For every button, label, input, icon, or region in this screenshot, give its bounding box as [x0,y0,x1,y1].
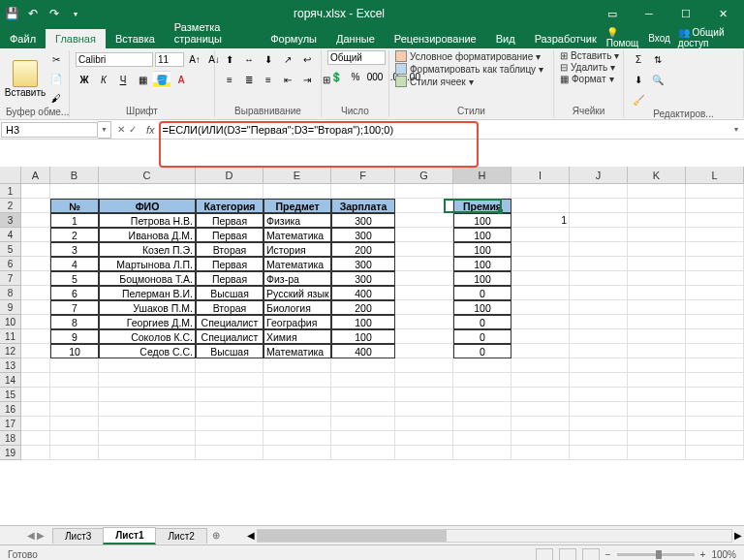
cell-F14[interactable] [331,373,395,388]
cell-K18[interactable] [628,431,686,446]
cell-J1[interactable] [570,184,628,199]
cell-H9[interactable]: 100 [453,300,512,315]
sort-filter-icon[interactable]: ⇅ [649,50,666,68]
cell-J9[interactable] [570,300,628,315]
cell-E16[interactable] [264,402,331,417]
delete-cells-button[interactable]: ⊟ Удалить ▾ [560,62,615,73]
cell-G14[interactable] [395,373,453,388]
column-header-I[interactable]: I [512,167,570,183]
cell-G11[interactable] [395,329,453,344]
cell-F19[interactable] [331,446,395,460]
cell-C19[interactable] [99,446,196,460]
cell-J19[interactable] [570,446,628,460]
cell-A18[interactable] [21,431,50,446]
orientation-icon[interactable]: ↗ [279,50,296,68]
cell-A3[interactable] [21,213,50,228]
cell-J11[interactable] [570,329,628,344]
cell-F13[interactable] [331,358,395,373]
cell-A19[interactable] [21,446,50,460]
cell-G9[interactable] [395,300,453,315]
cell-G18[interactable] [395,431,453,446]
column-header-H[interactable]: H [453,167,512,183]
cell-H17[interactable] [453,417,512,431]
cell-D5[interactable]: Вторая [196,242,264,257]
cell-L18[interactable] [686,431,744,446]
cell-L19[interactable] [686,446,744,460]
font-size-select[interactable] [155,52,184,67]
cell-J10[interactable] [570,315,628,329]
cell-E13[interactable] [264,358,331,373]
cell-H5[interactable]: 100 [453,242,512,257]
column-header-E[interactable]: E [264,167,331,183]
cell-I7[interactable] [512,271,570,286]
cell-I16[interactable] [512,402,570,417]
row-header-12[interactable]: 12 [0,344,21,358]
cell-H12[interactable]: 0 [453,344,512,358]
cell-E12[interactable]: Математика [264,344,331,358]
cell-G17[interactable] [395,417,453,431]
font-color-button[interactable]: А [172,71,190,88]
cell-A16[interactable] [21,402,50,417]
cell-E10[interactable]: География [264,315,331,329]
row-header-14[interactable]: 14 [0,373,21,388]
tab-layout[interactable]: Разметка страницы [165,17,261,48]
cell-E6[interactable]: Математика [264,257,331,271]
redo-icon[interactable]: ↷ [46,6,62,21]
cell-H3[interactable]: 100 [453,213,512,228]
cell-I10[interactable] [512,315,570,329]
cell-E8[interactable]: Русский язык [264,286,331,300]
cell-C16[interactable] [99,402,196,417]
cell-F11[interactable]: 100 [331,329,395,344]
cell-C5[interactable]: Козел П.Э. [99,242,196,257]
cell-K19[interactable] [628,446,686,460]
cell-B14[interactable] [50,373,99,388]
cell-B13[interactable] [50,358,99,373]
cell-J18[interactable] [570,431,628,446]
row-header-5[interactable]: 5 [0,242,21,257]
cell-G13[interactable] [395,358,453,373]
column-header-G[interactable]: G [395,167,453,183]
cell-J7[interactable] [570,271,628,286]
cell-A8[interactable] [21,286,50,300]
row-header-15[interactable]: 15 [0,388,21,402]
wrap-text-icon[interactable]: ↩ [298,50,316,68]
cell-G8[interactable] [395,286,453,300]
row-header-13[interactable]: 13 [0,358,21,373]
cell-G1[interactable] [395,184,453,199]
cell-G12[interactable] [395,344,453,358]
cell-A2[interactable] [21,199,50,213]
border-button[interactable]: ▦ [134,71,151,88]
row-header-8[interactable]: 8 [0,286,21,300]
cell-E1[interactable] [264,184,331,199]
cell-H18[interactable] [453,431,512,446]
cell-J15[interactable] [570,388,628,402]
cell-L1[interactable] [686,184,744,199]
cell-C10[interactable]: Георгиев Д.М. [99,315,196,329]
cell-B7[interactable]: 5 [50,271,99,286]
cell-I14[interactable] [512,373,570,388]
cell-B9[interactable]: 7 [50,300,99,315]
underline-button[interactable]: Ч [114,71,132,88]
row-header-19[interactable]: 19 [0,446,21,460]
indent-decrease-icon[interactable]: ⇤ [279,71,296,88]
cell-A9[interactable] [21,300,50,315]
italic-button[interactable]: К [95,71,112,88]
cell-F16[interactable] [331,402,395,417]
name-box[interactable] [1,122,98,138]
cell-D10[interactable]: Специалист [196,315,264,329]
cell-G3[interactable] [395,213,453,228]
tab-data[interactable]: Данные [326,29,385,48]
cell-B4[interactable]: 2 [50,228,99,242]
cell-K15[interactable] [628,388,686,402]
cell-L4[interactable] [686,228,744,242]
cell-H4[interactable]: 100 [453,228,512,242]
row-header-11[interactable]: 11 [0,329,21,344]
cell-I1[interactable] [512,184,570,199]
cell-L3[interactable] [686,213,744,228]
sheet-nav-next-icon[interactable]: ▶ [37,530,45,541]
cell-H19[interactable] [453,446,512,460]
row-header-4[interactable]: 4 [0,228,21,242]
fill-icon[interactable]: ⬇ [630,71,647,88]
cell-A4[interactable] [21,228,50,242]
cell-A17[interactable] [21,417,50,431]
